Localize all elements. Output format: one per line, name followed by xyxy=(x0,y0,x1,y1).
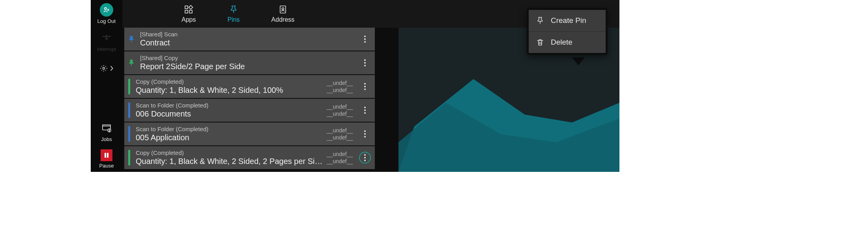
list-item-text: [Shared] CopyReport 2Side/2 Page per Sid… xyxy=(140,55,359,71)
list-item-title: 005 Application xyxy=(136,133,327,142)
svg-point-26 xyxy=(364,107,366,108)
svg-rect-11 xyxy=(189,10,192,13)
svg-point-27 xyxy=(364,109,366,111)
list-item-text: Scan to Folder (Completed)006 Documents xyxy=(136,102,327,119)
list-item-title: Quantity: 1, Black & White, 2 Sided, 100… xyxy=(136,85,327,95)
svg-point-33 xyxy=(364,157,366,158)
svg-rect-9 xyxy=(185,6,188,9)
category-stripe xyxy=(128,102,130,118)
svg-point-24 xyxy=(364,86,366,87)
overflow-menu-button[interactable] xyxy=(359,57,371,69)
left-sidebar: Log Out Interrupt xyxy=(91,0,122,172)
tab-pins-label: Pins xyxy=(227,16,239,23)
svg-point-31 xyxy=(364,136,366,137)
category-stripe xyxy=(128,126,130,142)
svg-point-14 xyxy=(282,8,284,10)
list-item-meta: __undef____undef__ xyxy=(327,151,354,165)
overflow-menu-button[interactable] xyxy=(359,33,371,45)
list-item-subtitle: Scan to Folder (Completed) xyxy=(136,102,327,109)
svg-rect-12 xyxy=(189,6,193,9)
category-stripe xyxy=(128,150,130,166)
menu-delete-label: Delete xyxy=(551,38,572,47)
svg-point-32 xyxy=(364,154,366,156)
svg-point-30 xyxy=(364,133,366,135)
kebab-icon xyxy=(364,35,366,43)
kebab-icon xyxy=(364,83,366,90)
gear-icon xyxy=(100,62,113,75)
list-item[interactable]: Copy (Completed)Quantity: 1, Black & Whi… xyxy=(124,75,375,98)
svg-point-17 xyxy=(364,36,366,37)
list-item-meta: __undef____undef__ xyxy=(327,103,354,117)
tab-pins[interactable]: Pins xyxy=(227,4,239,23)
list-item[interactable]: Copy (Completed)Quantity: 1, Black & Whi… xyxy=(124,146,375,169)
pin-icon xyxy=(127,58,136,67)
category-stripe xyxy=(128,79,130,94)
kebab-icon xyxy=(364,59,366,67)
svg-point-22 xyxy=(364,65,366,66)
svg-rect-8 xyxy=(107,153,108,158)
svg-rect-7 xyxy=(105,153,106,158)
svg-point-3 xyxy=(103,68,105,70)
list-item-title: Report 2Side/2 Page per Side xyxy=(140,62,359,71)
list-item-text: Scan to Folder (Completed)005 Applicatio… xyxy=(136,126,327,142)
list-item-subtitle: Scan to Folder (Completed) xyxy=(136,126,327,133)
menu-delete[interactable]: Delete xyxy=(529,31,606,53)
svg-point-2 xyxy=(105,8,107,9)
menu-create-pin-label: Create Pin xyxy=(551,16,586,25)
list-item-title: 006 Documents xyxy=(136,109,327,119)
list-item-title: Quantity: 1, Black & White, 2 Sided, 2 P… xyxy=(136,156,327,166)
list-item-subtitle: [Shared] Scan xyxy=(140,31,359,38)
list-item-subtitle: [Shared] Copy xyxy=(140,55,359,62)
list-item[interactable]: Scan to Folder (Completed)006 Documents_… xyxy=(124,99,375,122)
menu-create-pin[interactable]: Create Pin xyxy=(529,10,606,31)
top-tabs: Apps Pins Address xyxy=(181,4,294,23)
list-item-title: Contract xyxy=(140,38,359,47)
apps-icon xyxy=(183,4,194,15)
device-screen: Create Pin Delete Log Out xyxy=(91,0,619,172)
sidebar-pause-label: Pause xyxy=(99,163,114,169)
trash-icon xyxy=(535,37,545,47)
list-item[interactable]: [Shared] ScanContract xyxy=(124,28,375,51)
kebab-icon xyxy=(364,154,366,162)
pin-icon xyxy=(127,35,136,43)
svg-point-18 xyxy=(364,38,366,40)
list-item-meta: __undef____undef__ xyxy=(327,79,354,94)
list-item-meta: __undef____undef__ xyxy=(327,127,354,141)
tab-apps[interactable]: Apps xyxy=(181,4,196,23)
tab-address-label: Address xyxy=(271,16,295,23)
list-item-subtitle: Copy (Completed) xyxy=(136,149,327,156)
list-item-text: [Shared] ScanContract xyxy=(140,31,359,47)
pin-icon xyxy=(228,4,239,15)
sidebar-logout-label: Log Out xyxy=(97,18,116,24)
sidebar-jobs[interactable]: i Jobs xyxy=(91,121,122,142)
svg-point-29 xyxy=(364,130,366,132)
sidebar-interrupt-label: Interrupt xyxy=(97,46,116,52)
pins-list[interactable]: [Shared] ScanContract[Shared] CopyReport… xyxy=(124,28,375,172)
svg-point-20 xyxy=(364,59,366,61)
sidebar-pause[interactable]: Pause xyxy=(91,149,122,169)
svg-point-25 xyxy=(364,88,366,90)
overflow-menu-button[interactable] xyxy=(359,104,371,116)
svg-point-34 xyxy=(364,160,366,161)
kebab-icon xyxy=(364,106,366,114)
sidebar-logout[interactable]: Log Out xyxy=(91,3,122,24)
overflow-menu-button[interactable] xyxy=(359,152,371,164)
overflow-menu-button[interactable] xyxy=(359,81,371,92)
list-item[interactable]: Scan to Folder (Completed)005 Applicatio… xyxy=(124,122,375,145)
logout-icon xyxy=(100,3,113,17)
list-item[interactable]: [Shared] CopyReport 2Side/2 Page per Sid… xyxy=(124,51,375,74)
kebab-icon xyxy=(364,130,366,138)
context-menu: Create Pin Delete xyxy=(527,8,608,55)
svg-point-28 xyxy=(364,112,366,114)
list-item-subtitle: Copy (Completed) xyxy=(136,78,327,85)
sidebar-settings[interactable] xyxy=(91,62,122,75)
svg-point-19 xyxy=(364,41,366,43)
overflow-menu-button[interactable] xyxy=(359,128,371,140)
list-item-text: Copy (Completed)Quantity: 1, Black & Whi… xyxy=(136,149,327,166)
tab-address[interactable]: Address xyxy=(271,4,295,23)
sidebar-interrupt: Interrupt xyxy=(91,31,122,52)
context-menu-pointer xyxy=(572,57,585,65)
interrupt-icon xyxy=(100,31,113,45)
jobs-icon: i xyxy=(100,121,113,135)
chevron-right-icon xyxy=(110,65,113,72)
